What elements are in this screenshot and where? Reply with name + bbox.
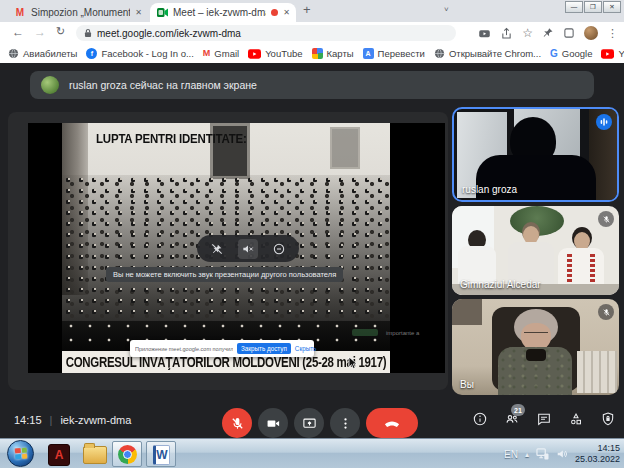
embroidery bbox=[590, 254, 595, 288]
maps-icon bbox=[312, 48, 323, 59]
more-options-button[interactable] bbox=[330, 408, 360, 438]
end-call-button[interactable] bbox=[366, 408, 418, 438]
unpin-icon[interactable] bbox=[209, 241, 225, 257]
back-icon[interactable]: ← bbox=[12, 25, 24, 39]
participants-icon[interactable]: 21 bbox=[504, 411, 520, 427]
taskbar-word[interactable]: W bbox=[146, 443, 176, 466]
bookmark-aviabilety[interactable]: Авиабилеты bbox=[8, 48, 77, 59]
photo-window-right bbox=[330, 127, 360, 169]
profile-avatar[interactable] bbox=[584, 26, 598, 40]
meeting-details-icon[interactable] bbox=[472, 411, 488, 427]
meeting-info: 14:15 | iek-zvwm-dma bbox=[14, 414, 131, 426]
host-controls-shield-icon[interactable] bbox=[600, 411, 616, 427]
mic-muted-icon bbox=[598, 304, 614, 320]
hidden-icons-chevron[interactable]: ▴ bbox=[525, 450, 529, 459]
taskbar-explorer[interactable] bbox=[80, 443, 110, 466]
chrome-icon bbox=[118, 445, 137, 464]
forward-icon[interactable]: → bbox=[34, 25, 46, 39]
bookmark-translate[interactable]: A Перевести bbox=[363, 48, 425, 59]
close-button[interactable]: ✕ bbox=[603, 1, 621, 13]
google-g-icon: G bbox=[550, 48, 558, 59]
start-button[interactable] bbox=[7, 440, 34, 467]
maximize-button[interactable]: ❐ bbox=[584, 1, 602, 13]
window-frame bbox=[452, 299, 482, 325]
bookmark-facebook[interactable]: f Facebook - Log In o... bbox=[86, 48, 193, 59]
meeting-time: 14:15 bbox=[14, 414, 42, 426]
share-icon[interactable] bbox=[500, 27, 513, 40]
slide-watermark: importante a bbox=[386, 330, 419, 336]
tab-simpozion[interactable]: M Simpozion „Monumentele istori ✕ bbox=[8, 3, 148, 22]
taskbar-chrome[interactable] bbox=[112, 443, 142, 466]
language-indicator[interactable]: EN bbox=[504, 449, 518, 460]
browser-toolbar: ← → ↻ meet.google.com/iek-zvwm-dma ☆ ⋮ bbox=[0, 22, 624, 44]
participant-tile-you[interactable]: Вы bbox=[452, 299, 619, 395]
window-controls: — ❐ ✕ bbox=[565, 1, 621, 13]
tab-list-chevron-icon[interactable]: ˅ bbox=[444, 5, 449, 14]
word-icon: W bbox=[153, 445, 170, 465]
bookmark-google[interactable]: G Google bbox=[550, 48, 592, 59]
screen-share-notice: Приложение meet.google.com получило дост… bbox=[130, 340, 314, 357]
audio-speaking-indicator-icon bbox=[596, 114, 612, 130]
minimize-button[interactable]: — bbox=[565, 1, 583, 13]
bookmark-maps[interactable]: Карты bbox=[312, 48, 354, 59]
radiator bbox=[577, 351, 617, 393]
taskbar-adobe-reader[interactable]: A bbox=[44, 443, 74, 466]
participant-count-badge: 21 bbox=[511, 404, 525, 416]
stop-sharing-button[interactable]: Закрыть доступ bbox=[237, 343, 291, 354]
new-tab-button[interactable]: + bbox=[303, 2, 311, 17]
toolbar-icons: ☆ ⋮ bbox=[478, 26, 618, 40]
mute-presentation-icon[interactable] bbox=[238, 239, 258, 259]
meet-favicon-icon bbox=[156, 7, 168, 19]
bookmark-gmail[interactable]: M Gmail bbox=[203, 48, 239, 59]
participant-tile-gimnaziul-alcedar[interactable]: Gimnaziul Alcedar bbox=[452, 206, 619, 295]
mic-off-button[interactable] bbox=[222, 408, 252, 438]
bookmark-youtube[interactable]: YouTube bbox=[248, 48, 302, 59]
gmail-favicon-icon: M bbox=[14, 7, 26, 19]
chat-icon[interactable] bbox=[536, 411, 552, 427]
participant-name: ruslan groza bbox=[462, 184, 517, 195]
bookmark-chrome-tips[interactable]: Открывайте Chrom... bbox=[434, 48, 541, 59]
tab-title: Simpozion „Monumentele istori bbox=[31, 7, 130, 18]
camera-button[interactable] bbox=[258, 408, 288, 438]
banner-text: ruslan groza сейчас на главном экране bbox=[69, 79, 257, 91]
share-notice-text: Приложение meet.google.com получило дост… bbox=[135, 346, 233, 352]
remove-tile-icon[interactable] bbox=[271, 241, 287, 257]
media-recording-icon bbox=[271, 9, 278, 16]
media-controls-icon[interactable] bbox=[478, 27, 491, 40]
glasses bbox=[524, 332, 548, 338]
address-bar[interactable]: meet.google.com/iek-zvwm-dma bbox=[76, 25, 456, 41]
meeting-code[interactable]: iek-zvwm-dma bbox=[60, 414, 131, 426]
network-icon[interactable] bbox=[536, 448, 549, 460]
menu-dots-icon[interactable]: ⋮ bbox=[607, 28, 618, 39]
slide-title: LUPTA PENTRI IDENTITATE: bbox=[96, 131, 247, 145]
facebook-icon: f bbox=[86, 48, 97, 59]
bookmark-youtube-2[interactable]: YouTube bbox=[601, 48, 624, 59]
tab-frame-icon[interactable] bbox=[563, 27, 575, 39]
present-button[interactable] bbox=[294, 408, 324, 438]
youtube-icon bbox=[248, 49, 261, 59]
participant-name: Gimnaziul Alcedar bbox=[460, 279, 541, 290]
tab-close-icon[interactable]: ✕ bbox=[283, 8, 290, 17]
bookmark-star-icon[interactable]: ☆ bbox=[522, 27, 533, 39]
collar bbox=[526, 349, 546, 361]
mouse-cursor bbox=[348, 357, 359, 370]
call-controls bbox=[222, 408, 418, 438]
windows-taskbar: A W EN ▴ 14:15 25.03.2022 bbox=[0, 438, 624, 468]
bookmarks-bar: Авиабилеты f Facebook - Log In o... M Gm… bbox=[0, 44, 624, 63]
gmail-icon: M bbox=[203, 49, 211, 58]
screen: M Simpozion „Monumentele istori ✕ Meet –… bbox=[0, 0, 624, 468]
translate-icon: A bbox=[363, 48, 374, 59]
tray-clock[interactable]: 14:15 25.03.2022 bbox=[575, 443, 620, 466]
globe-icon bbox=[8, 48, 19, 59]
tab-close-icon[interactable]: ✕ bbox=[135, 8, 142, 17]
reload-icon[interactable]: ↻ bbox=[56, 25, 65, 38]
embroidery bbox=[567, 254, 572, 288]
youtube-icon bbox=[601, 49, 614, 59]
participant-tile-ruslan-groza[interactable]: ruslan groza bbox=[452, 107, 619, 202]
participant-name: Вы bbox=[460, 379, 474, 390]
activities-icon[interactable] bbox=[568, 411, 584, 427]
tab-meet[interactable]: Meet – iek-zvwm-dma ✕ bbox=[150, 3, 296, 22]
volume-icon[interactable] bbox=[556, 448, 568, 460]
hide-notice-button[interactable]: Скрыть bbox=[295, 345, 317, 352]
extensions-pin-icon[interactable] bbox=[542, 27, 554, 39]
